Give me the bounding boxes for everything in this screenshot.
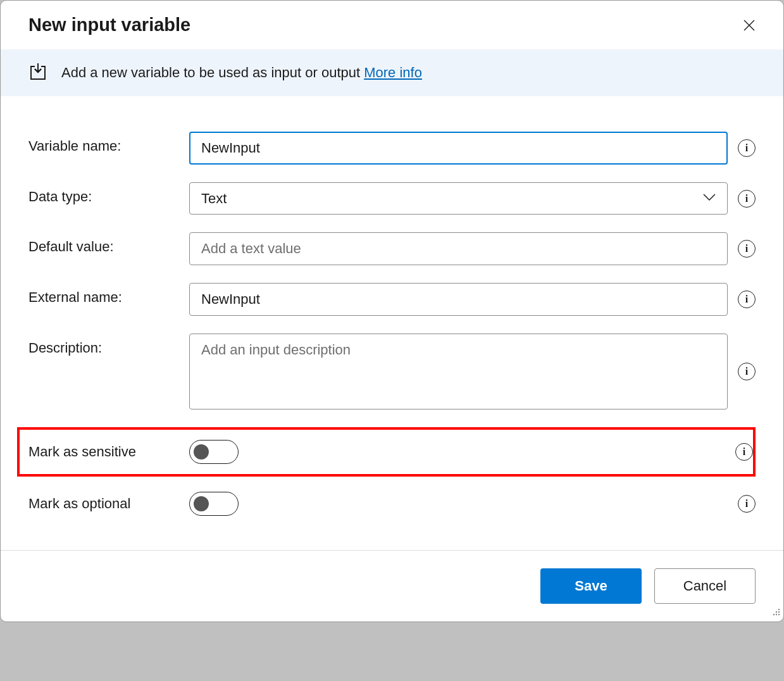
default-value-input[interactable] [189, 232, 728, 265]
svg-point-8 [778, 611, 780, 613]
more-info-link[interactable]: More info [364, 65, 422, 80]
mark-optional-toggle[interactable] [189, 492, 239, 516]
dialog-title: New input variable [28, 15, 190, 35]
info-icon: i [738, 495, 756, 513]
info-icon: i [738, 291, 756, 308]
external-name-info-button[interactable]: i [738, 291, 756, 308]
svg-point-7 [776, 611, 777, 613]
toggle-knob [194, 444, 209, 459]
external-name-label: External name: [28, 283, 182, 306]
close-button[interactable] [740, 16, 758, 34]
mark-sensitive-row: Mark as sensitive i [17, 427, 756, 477]
toggle-knob [194, 496, 209, 511]
default-value-label: Default value: [28, 232, 182, 255]
close-icon [743, 19, 756, 32]
data-type-select[interactable]: Text [189, 182, 728, 215]
svg-point-6 [778, 609, 780, 610]
form-body: Variable name: i Data type: Text [1, 96, 783, 550]
svg-point-9 [773, 614, 775, 615]
mark-sensitive-label: Mark as sensitive [28, 444, 182, 460]
data-type-info-button[interactable]: i [738, 190, 756, 208]
mark-optional-label: Mark as optional [28, 496, 182, 512]
info-icon: i [735, 443, 753, 461]
new-input-variable-dialog: New input variable Add a new variable to… [0, 0, 784, 622]
dialog-header: New input variable [1, 1, 783, 49]
default-value-row: Default value: i [28, 232, 756, 265]
mark-optional-row: Mark as optional i [28, 488, 756, 520]
description-row: Description: i [28, 334, 756, 409]
variable-name-info-button[interactable]: i [738, 139, 756, 157]
mark-sensitive-info-button[interactable]: i [735, 443, 753, 461]
description-info-button[interactable]: i [738, 363, 756, 380]
dialog-footer: Save Cancel [1, 550, 783, 622]
external-name-row: External name: i [28, 283, 756, 316]
description-textarea[interactable] [189, 334, 728, 409]
save-button[interactable]: Save [540, 568, 642, 604]
cancel-button[interactable]: Cancel [654, 568, 756, 604]
mark-sensitive-toggle[interactable] [189, 440, 239, 464]
default-value-info-button[interactable]: i [738, 240, 756, 258]
external-name-input[interactable] [189, 283, 728, 316]
resize-grip[interactable] [771, 606, 781, 619]
info-icon: i [738, 240, 756, 258]
info-icon: i [738, 190, 756, 208]
data-type-label: Data type: [28, 182, 182, 205]
variable-name-input[interactable] [189, 132, 728, 165]
info-icon: i [738, 139, 756, 157]
mark-optional-info-button[interactable]: i [738, 495, 756, 513]
variable-name-row: Variable name: i [28, 132, 756, 165]
svg-point-11 [778, 614, 780, 615]
info-banner: Add a new variable to be used as input o… [1, 49, 783, 96]
info-icon: i [738, 363, 756, 380]
input-icon [28, 63, 47, 82]
variable-name-label: Variable name: [28, 132, 182, 154]
svg-point-10 [776, 614, 777, 615]
data-type-row: Data type: Text i [28, 182, 756, 215]
description-label: Description: [28, 334, 182, 356]
info-banner-text: Add a new variable to be used as input o… [61, 65, 422, 81]
